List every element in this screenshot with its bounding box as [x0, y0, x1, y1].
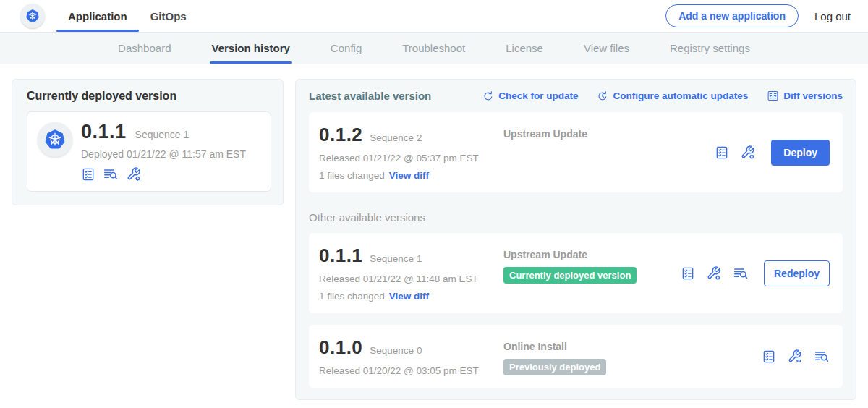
check-for-update-button[interactable]: Check for update	[482, 90, 578, 102]
tab-config[interactable]: Config	[331, 33, 362, 64]
diff-versions-label: Diff versions	[783, 90, 843, 101]
version-source-label: Upstream Update	[503, 249, 681, 260]
deploy-button[interactable]: Deploy	[771, 140, 830, 166]
view-diff-link[interactable]: View diff	[389, 291, 429, 302]
add-new-application-button[interactable]: Add a new application	[665, 4, 799, 27]
version-source-label: Online Install	[503, 341, 762, 352]
diff-icon	[767, 90, 779, 102]
main-content: Currently deployed version 0.1.1 Sequenc…	[0, 64, 868, 400]
top-header: Application GitOps Add a new application…	[0, 0, 868, 33]
app-logo-header	[20, 0, 45, 32]
config-icon[interactable]	[740, 145, 756, 161]
top-nav: Application GitOps	[56, 0, 198, 32]
config-icon[interactable]	[126, 166, 142, 182]
tab-troubleshoot[interactable]: Troubleshoot	[402, 33, 465, 64]
configure-automatic-updates-button[interactable]: Configure automatic updates	[597, 90, 748, 102]
tab-view-files-label: View files	[584, 42, 629, 54]
files-changed-label: 1 files changed	[319, 291, 385, 302]
version-row-0-1-2: 0.1.2 Sequence 2 Released 01/21/22 @ 05:…	[309, 112, 843, 192]
check-for-update-label: Check for update	[498, 90, 578, 101]
tab-registry-settings[interactable]: Registry settings	[670, 33, 750, 64]
app-subnav: Dashboard Version history Config Trouble…	[0, 33, 868, 64]
view-diff-link[interactable]: View diff	[389, 170, 429, 181]
logs-icon[interactable]	[814, 349, 830, 365]
deployed-sequence-label: Sequence 1	[135, 129, 190, 140]
version-source-label: Upstream Update	[503, 128, 715, 140]
version-row-0-1-1: 0.1.1 Sequence 1 Released 01/21/22 @ 11:…	[309, 233, 843, 313]
sequence-label: Sequence 2	[370, 132, 422, 143]
tab-config-label: Config	[331, 42, 362, 54]
tab-license[interactable]: License	[506, 33, 543, 64]
tab-gitops-label: GitOps	[150, 10, 187, 22]
logs-icon[interactable]	[733, 265, 749, 281]
diff-versions-button[interactable]: Diff versions	[767, 90, 843, 102]
latest-available-title: Latest available version	[309, 90, 431, 102]
released-timestamp: Released 01/21/22 @ 05:37 pm EST	[319, 153, 503, 163]
tab-version-history-label: Version history	[211, 42, 289, 54]
release-notes-icon[interactable]	[81, 167, 95, 182]
sequence-label: Sequence 1	[370, 253, 422, 264]
currently-deployed-title: Currently deployed version	[27, 90, 271, 103]
config-icon[interactable]	[706, 265, 722, 281]
version-number: 0.1.2	[319, 124, 362, 146]
version-number: 0.1.1	[319, 245, 362, 267]
currently-deployed-card: Currently deployed version 0.1.1 Sequenc…	[12, 79, 284, 205]
tab-dashboard[interactable]: Dashboard	[118, 33, 171, 64]
deployed-timestamp: Deployed 01/21/22 @ 11:57 am EST	[81, 148, 260, 160]
release-notes-icon[interactable]	[715, 145, 729, 160]
tab-registry-settings-label: Registry settings	[670, 42, 750, 54]
previously-deployed-badge: Previously deployed	[503, 359, 606, 375]
released-timestamp: Released 01/21/22 @ 11:48 am EST	[319, 273, 503, 284]
tab-dashboard-label: Dashboard	[118, 42, 171, 54]
currently-deployed-badge: Currently deployed version	[503, 267, 637, 284]
tab-license-label: License	[506, 42, 543, 54]
sequence-label: Sequence 0	[370, 345, 422, 356]
release-notes-icon[interactable]	[762, 349, 776, 364]
tab-gitops[interactable]: GitOps	[139, 0, 198, 32]
files-changed-label: 1 files changed	[319, 170, 385, 181]
version-number: 0.1.0	[319, 336, 362, 359]
kubernetes-logo-icon	[20, 4, 45, 28]
tab-version-history[interactable]: Version history	[211, 33, 289, 64]
refresh-icon	[482, 90, 494, 102]
tab-application-label: Application	[68, 10, 127, 22]
released-timestamp: Released 01/20/22 @ 03:05 pm EST	[319, 365, 503, 376]
logs-icon[interactable]	[103, 166, 119, 182]
other-available-versions-title: Other available versions	[309, 211, 843, 224]
release-notes-icon[interactable]	[681, 266, 695, 281]
version-row-0-1-0: 0.1.0 Sequence 0 Released 01/20/22 @ 03:…	[309, 325, 843, 388]
header-actions: Add a new application Log out	[665, 0, 851, 32]
deployed-version-number: 0.1.1	[81, 121, 127, 143]
version-history-panel: Latest available version Check for updat…	[295, 79, 856, 400]
tab-troubleshoot-label: Troubleshoot	[402, 42, 465, 54]
tab-application[interactable]: Application	[56, 0, 139, 32]
tab-view-files[interactable]: View files	[584, 33, 629, 64]
kubernetes-app-icon	[38, 122, 72, 157]
schedule-refresh-icon	[597, 90, 608, 102]
logout-link[interactable]: Log out	[814, 10, 851, 22]
deployed-version-card: 0.1.1 Sequence 1 Deployed 01/21/22 @ 11:…	[27, 111, 271, 192]
redeploy-button[interactable]: Redeploy	[764, 260, 830, 286]
config-view-icon[interactable]	[787, 349, 803, 365]
configure-automatic-updates-label: Configure automatic updates	[613, 90, 748, 101]
